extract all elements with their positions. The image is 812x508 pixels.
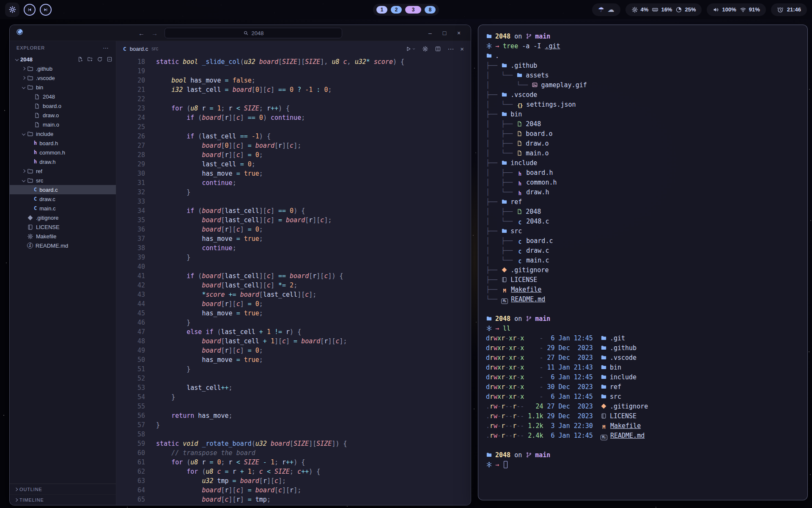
tree-item-.gitignore[interactable]: .gitignore <box>10 213 116 222</box>
tree-item-.github[interactable]: .github <box>10 64 116 73</box>
weather-widget[interactable]: ☂☁ <box>592 3 620 16</box>
terminal-line: 2048 on main <box>486 314 800 324</box>
tree-item-root-2048[interactable]: 2048 <box>10 55 116 64</box>
snow-icon <box>486 325 492 331</box>
code-line: 42 board[last_cell][c] *= 2; <box>116 281 471 290</box>
terminal-line: ├── LICENSE <box>486 275 800 285</box>
terminal-window[interactable]: 2048 on main→ tree -a -I .git.├── .githu… <box>478 25 808 500</box>
run-button[interactable] <box>405 46 416 52</box>
folder-icon <box>601 374 607 380</box>
file-icon <box>34 121 40 128</box>
minimize-button[interactable]: – <box>424 30 436 36</box>
code-line: 29 last_cell = 0; <box>116 160 471 169</box>
more-actions-icon[interactable]: ⋯ <box>447 46 454 52</box>
book-icon <box>601 413 607 419</box>
file-icon <box>516 130 523 137</box>
code-line: 41 if (board[last_cell][c] == board[r][c… <box>116 271 471 281</box>
umbrella-icon: ☂ <box>598 6 604 14</box>
tree-item-board.o[interactable]: board.o <box>10 101 116 110</box>
terminal-line: .rw-r--r-- 2.4k 6 Jan 12:45 M↓README.md <box>486 431 800 441</box>
maximize-button[interactable]: □ <box>439 30 450 36</box>
file-icon <box>516 121 523 127</box>
md-icon: M↓ <box>501 298 508 304</box>
workspace-pill-8[interactable]: 8 <box>425 6 436 14</box>
tree-item-draw.c[interactable]: Cdraw.c <box>10 194 116 204</box>
terminal-line: .rw-r--r-- 24 27 Dec 2023 .gitignore <box>486 402 800 411</box>
code-line: 25 <box>116 122 471 132</box>
folder-icon <box>501 199 508 205</box>
tree-item-Makefile[interactable]: Makefile <box>10 232 116 241</box>
tree-item-board.h[interactable]: hboard.h <box>10 138 116 148</box>
new-folder-icon[interactable] <box>87 56 93 62</box>
terminal-line: drwxr-xr-x - 6 Jan 12:45 src <box>486 392 800 402</box>
workspace-pill-3[interactable]: 3 <box>405 6 421 14</box>
code-area[interactable]: 18static bool _slide_col(u32 board[SIZE]… <box>116 56 471 505</box>
media-previous-button[interactable] <box>24 4 36 16</box>
launcher-button[interactable] <box>5 3 19 17</box>
close-button[interactable]: × <box>453 30 465 36</box>
editor-actions: ⋯× <box>405 46 464 52</box>
code-line: 21 i32 last_cell = board[0][c] == 0 ? -1… <box>116 85 471 94</box>
media-next-button[interactable] <box>40 4 52 16</box>
terminal-line: │ └── Cmain.c <box>486 256 800 265</box>
terminal-line: ├── .github <box>486 61 800 71</box>
terminal-line: . <box>486 51 800 61</box>
foldero-icon <box>27 84 33 91</box>
collapse-all-icon[interactable] <box>107 56 112 62</box>
tree-item-ref[interactable]: ref <box>10 166 116 176</box>
close-tab-icon[interactable]: × <box>460 46 464 52</box>
gear-icon <box>631 6 638 13</box>
new-file-icon[interactable] <box>77 56 83 62</box>
settings-icon[interactable] <box>422 46 428 52</box>
terminal-line: │ ├── board.o <box>486 129 800 139</box>
terminal-line: drwxr-xr-x - 27 Dec 2023 .vscode <box>486 353 800 363</box>
editor-tabbar: C board.c src ⋯× <box>116 41 471 56</box>
tree-item-src[interactable]: src <box>10 176 116 185</box>
tree-item-LICENSE[interactable]: LICENSE <box>10 222 116 232</box>
file-icon <box>34 94 40 100</box>
folder-icon <box>601 364 607 370</box>
tree-item-board.c[interactable]: Cboard.c <box>10 185 116 194</box>
terminal-line: drwxr-xr-x - 6 Jan 12:45 include <box>486 373 800 382</box>
foldero-icon <box>27 66 33 72</box>
history-forward-icon[interactable]: → <box>151 29 158 36</box>
tree-item-common.h[interactable]: hcommon.h <box>10 148 116 157</box>
tree-item-draw.h[interactable]: hdraw.h <box>10 157 116 166</box>
refresh-icon[interactable] <box>97 56 103 62</box>
tree-item-README.md[interactable]: iREADME.md <box>10 241 116 250</box>
code-line: 46 } <box>116 318 471 327</box>
history-back-icon[interactable]: ← <box>138 29 145 36</box>
tab-board.c[interactable]: C board.c src <box>123 46 158 52</box>
terminal-line: 2048 on main <box>486 32 800 41</box>
book-icon <box>27 224 33 230</box>
workspace-pill-1[interactable]: 1 <box>376 6 387 14</box>
terminal-line: ├── .gitignore <box>486 265 800 275</box>
code-line: 57} <box>116 420 471 430</box>
code-line: 52 <box>116 374 471 383</box>
folder-icon <box>486 52 492 59</box>
tree-item-include[interactable]: include <box>10 129 116 138</box>
command-center-search[interactable]: 2048 <box>165 28 342 38</box>
code-line: 26 if (last_cell == -1) { <box>116 132 471 141</box>
system-stats-widget[interactable]: 4%16%25% <box>625 3 702 16</box>
terminal-line: drwxr-xr-x - 30 Dec 2023 ref <box>486 382 800 392</box>
terminal-line: → tree -a -I .git <box>486 41 800 51</box>
clock-widget[interactable]: 21:46 <box>771 3 807 16</box>
tree-item-.vscode[interactable]: .vscode <box>10 73 116 83</box>
tree-item-main.o[interactable]: main.o <box>10 120 116 129</box>
search-icon <box>243 30 249 36</box>
split-editor-icon[interactable] <box>435 46 441 52</box>
workspace-pill-2[interactable]: 2 <box>391 6 402 14</box>
folder-icon <box>601 393 607 400</box>
volume-network-widget[interactable]: 100%91% <box>707 3 765 16</box>
tree-item-main.c[interactable]: Cmain.c <box>10 204 116 213</box>
tree-item-draw.o[interactable]: draw.o <box>10 110 116 120</box>
code-line: 54 } <box>116 392 471 402</box>
panel-outline[interactable]: OUTLINE <box>10 484 116 494</box>
panel-timeline[interactable]: TIMELINE <box>10 494 116 505</box>
explorer-more-actions-icon[interactable]: ⋯ <box>103 44 109 51</box>
sidebar-panels: OUTLINETIMELINE <box>10 483 116 505</box>
terminal-line: drwxr-xr-x - 6 Jan 12:45 .git <box>486 334 800 343</box>
tree-item-bin[interactable]: bin <box>10 83 116 92</box>
tree-item-2048[interactable]: 2048 <box>10 92 116 101</box>
